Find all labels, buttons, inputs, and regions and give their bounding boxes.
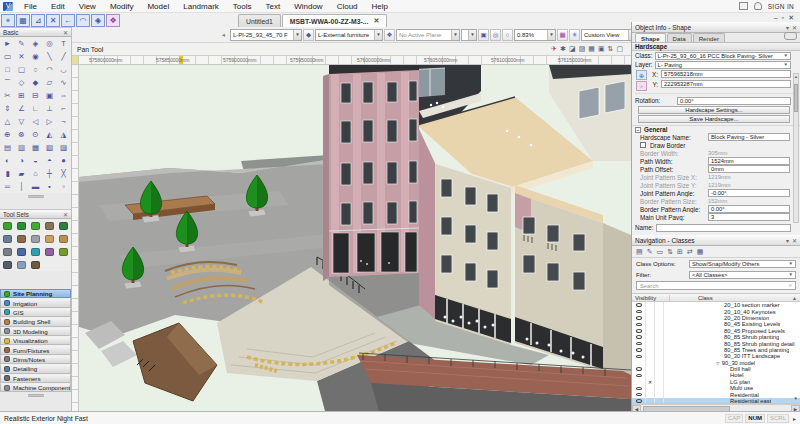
tool-set-icon[interactable]: [57, 232, 71, 245]
tool-set-icon[interactable]: [15, 258, 29, 271]
basic-tool-icon[interactable]: ◡: [57, 63, 71, 76]
tool-set-icon[interactable]: [15, 232, 29, 245]
snap-tool-icon[interactable]: ⌖: [1, 14, 15, 27]
basic-tool-icon[interactable]: ▣: [43, 89, 57, 102]
filter-select[interactable]: <All Classes>▼: [689, 271, 796, 279]
menu-view[interactable]: View: [72, 2, 103, 11]
view-bar-icon[interactable]: ▣: [598, 45, 605, 53]
basic-tool-icon[interactable]: ⇕: [1, 102, 15, 115]
basic-tool-icon[interactable]: T: [57, 37, 71, 50]
menu-window[interactable]: Window: [287, 2, 329, 11]
basic-tool-icon[interactable]: ⊕: [1, 128, 15, 141]
menu-tools[interactable]: Tools: [226, 2, 259, 11]
basic-tool-icon[interactable]: ▮: [1, 167, 15, 180]
tool-set-item-3d-modeling[interactable]: 3D Modeling: [0, 327, 71, 336]
close-icon[interactable]: ✕: [373, 17, 379, 25]
nav-tool-icon[interactable]: ⇄: [687, 248, 693, 256]
snap-tool-icon[interactable]: ❖: [106, 14, 120, 27]
basic-tool-icon[interactable]: ┼: [43, 167, 57, 180]
basic-tool-icon[interactable]: ╲: [43, 50, 57, 63]
basic-tool-icon[interactable]: ◇: [15, 76, 29, 89]
basic-tool-icon[interactable]: ◑: [15, 154, 29, 167]
basic-tool-icon[interactable]: ⌂: [29, 167, 43, 180]
saved-view-combo[interactable]: Custom View▼: [581, 29, 631, 41]
visibility-cell[interactable]: [632, 398, 646, 404]
x-coordinate-field[interactable]: 575965218mm: [661, 70, 791, 78]
basic-tool-icon[interactable]: ◮: [57, 128, 71, 141]
close-icon[interactable]: ✕: [63, 29, 68, 36]
nav-tool-icon[interactable]: ⇅: [667, 248, 673, 256]
basic-tool-icon[interactable]: ∠: [15, 102, 29, 115]
basic-tool-icon[interactable]: ⊥: [43, 102, 57, 115]
layer-select[interactable]: L- Paving▼: [655, 61, 791, 69]
basic-tool-icon[interactable]: ▫: [57, 180, 71, 193]
object-info-scrollbar[interactable]: ▲: [793, 73, 799, 223]
snap-tool-icon[interactable]: ▦: [16, 14, 30, 27]
tool-set-icon[interactable]: [29, 245, 43, 258]
basic-tool-icon[interactable]: ⌐: [57, 102, 71, 115]
menu-file[interactable]: File: [17, 2, 44, 11]
tool-set-icon[interactable]: [1, 245, 15, 258]
window-control-icon[interactable]: ▫: [782, 14, 784, 22]
basic-tool-icon[interactable]: ▤: [1, 141, 15, 154]
tool-set-item-detailing[interactable]: Detailing: [0, 364, 71, 373]
basic-tool-icon[interactable]: ∟: [29, 102, 43, 115]
view-bar-icon[interactable]: ◪: [569, 45, 576, 53]
basic-tool-icon[interactable]: ◁: [29, 115, 43, 128]
basic-tool-icon[interactable]: □: [1, 63, 15, 76]
tab-data[interactable]: Data: [667, 33, 692, 42]
basic-tool-icon[interactable]: ◒: [29, 154, 43, 167]
zoom-tool-icon[interactable]: ○: [502, 29, 513, 41]
grid-snap-icon[interactable]: ▦: [557, 29, 568, 41]
nav-tool-icon[interactable]: ⊞: [677, 248, 683, 256]
view-bar-icon[interactable]: ✱: [560, 45, 566, 53]
basic-tool-icon[interactable]: ⌒: [1, 76, 15, 89]
tool-set-icon[interactable]: [1, 219, 15, 232]
print-icon[interactable]: [739, 2, 748, 10]
expand-triangle-icon[interactable]: ▽: [716, 361, 721, 366]
tool-set-item-visualization[interactable]: Visualization: [0, 336, 71, 345]
basic-tool-icon[interactable]: │: [15, 180, 29, 193]
tool-set-item-irrigation[interactable]: Irrigation: [0, 298, 71, 307]
tool-set-icon[interactable]: [29, 258, 43, 271]
status-more-icon[interactable]: ▸: [793, 415, 796, 422]
basic-tool-icon[interactable]: ✎: [15, 37, 29, 50]
basic-tool-icon[interactable]: ▧: [43, 141, 57, 154]
general-section-header[interactable]: −General: [632, 125, 800, 133]
basic-tool-icon[interactable]: ¬: [57, 115, 71, 128]
basic-tool-icon[interactable]: ⊞: [15, 89, 29, 102]
sort-icon[interactable]: ▲: [792, 295, 797, 301]
basic-tool-icon[interactable]: ╱: [57, 50, 71, 63]
tool-set-icon[interactable]: [57, 219, 71, 232]
drawing-viewport[interactable]: Pan Tool ✈✱◪▨▦▣⇅▢ 575800000mm575850000mm…: [72, 43, 631, 411]
basic-palette-header[interactable]: Basic✕: [0, 27, 71, 37]
basic-tool-icon[interactable]: ◐: [1, 154, 15, 167]
basic-tool-icon[interactable]: ▷: [43, 115, 57, 128]
hardscape-settings-button[interactable]: Hardscape Settings...: [638, 106, 790, 114]
pin-icon[interactable]: ▾: [786, 237, 789, 244]
visibility-cell-3[interactable]: [655, 398, 664, 404]
nav-tool-icon[interactable]: ▦: [697, 248, 704, 256]
tool-set-icon[interactable]: [29, 232, 43, 245]
basic-tool-icon[interactable]: ▭: [1, 50, 15, 63]
basic-tool-icon[interactable]: ═: [1, 180, 15, 193]
class-options-select[interactable]: Show/Snap/Modify Others▼: [689, 260, 796, 268]
tool-set-item-gis[interactable]: GIS: [0, 308, 71, 317]
menu-edit[interactable]: Edit: [44, 2, 72, 11]
basic-tool-icon[interactable]: ✂: [1, 89, 15, 102]
basic-tool-icon[interactable]: ▽: [15, 115, 29, 128]
tool-set-icon[interactable]: [15, 219, 29, 232]
collapse-icon[interactable]: −: [635, 127, 641, 133]
class-select[interactable]: L-Pr-25_93_60_16 PCC Block Paving- Silve…: [655, 52, 792, 60]
window-control-icon[interactable]: ✕: [788, 14, 794, 22]
nav-tool-icon[interactable]: ▭: [657, 248, 664, 256]
snap-tool-icon[interactable]: ✕: [46, 14, 60, 27]
scroll-down-icon[interactable]: ▼: [794, 396, 798, 401]
navigation-header[interactable]: Navigation - Classes ▾✕: [632, 235, 800, 246]
sign-in-link[interactable]: SIGN IN: [768, 3, 794, 10]
tool-set-icon[interactable]: [57, 245, 71, 258]
layer-options-icon[interactable]: ❖: [384, 29, 395, 41]
basic-tool-icon[interactable]: ▦: [29, 141, 43, 154]
tool-set-item-machine-components[interactable]: Machine Components: [0, 383, 71, 392]
basic-tool-icon[interactable]: ▱: [43, 76, 57, 89]
